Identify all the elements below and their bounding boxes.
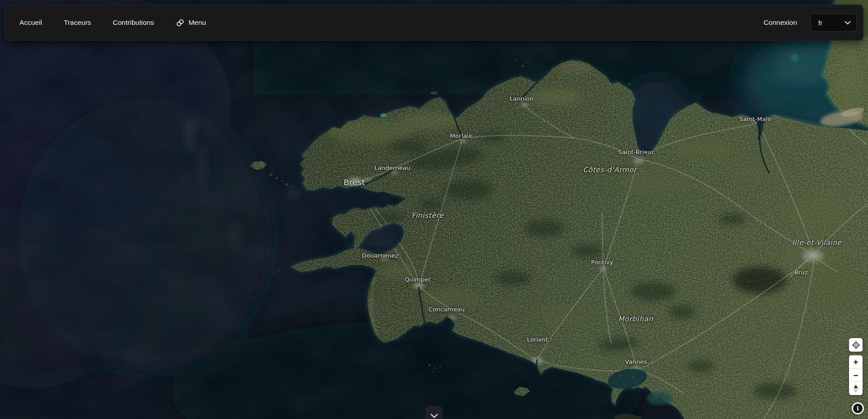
top-navbar: Accueil Traceurs Contributions Menu bbox=[5, 5, 863, 41]
satellite-map-art bbox=[0, 0, 868, 419]
compass-reset-button[interactable] bbox=[849, 382, 863, 395]
map-canvas[interactable]: Lannion Saint-Malo Morlaix Saint-Brieuc … bbox=[0, 0, 868, 419]
nav-item-label: Accueil bbox=[19, 19, 42, 27]
zoom-out-button[interactable]: − bbox=[849, 369, 863, 382]
language-value: fr bbox=[818, 19, 822, 27]
connexion-label: Connexion bbox=[764, 19, 797, 27]
chevron-down-icon bbox=[430, 414, 438, 419]
compass-arrows-icon bbox=[854, 385, 858, 393]
scroll-down-button[interactable] bbox=[425, 406, 443, 419]
connexion-link[interactable]: Connexion bbox=[764, 19, 797, 27]
navbar-right: Connexion fr bbox=[764, 14, 863, 32]
nav-item-label: Traceurs bbox=[64, 19, 91, 27]
geolocate-button[interactable] bbox=[849, 338, 863, 352]
nav-item-menu[interactable]: Menu bbox=[176, 19, 206, 27]
nav-item-label: Menu bbox=[189, 19, 206, 27]
chevron-down-icon bbox=[844, 21, 851, 25]
crosshair-target-icon bbox=[852, 341, 860, 349]
page: Lannion Saint-Malo Morlaix Saint-Brieuc … bbox=[0, 0, 868, 419]
nav-item-traceurs[interactable]: Traceurs bbox=[64, 19, 91, 27]
navbar-links: Accueil Traceurs Contributions Menu bbox=[5, 19, 206, 27]
zoom-control-group: + − bbox=[849, 355, 863, 395]
info-icon: i bbox=[853, 404, 863, 413]
zoom-in-button[interactable]: + bbox=[849, 355, 863, 368]
map-info-button[interactable]: i bbox=[852, 402, 864, 414]
nav-item-accueil[interactable]: Accueil bbox=[19, 19, 42, 27]
nav-item-label: Contributions bbox=[113, 19, 154, 27]
language-select[interactable]: fr bbox=[811, 14, 857, 32]
nav-item-contributions[interactable]: Contributions bbox=[113, 19, 154, 27]
link-icon bbox=[176, 19, 184, 27]
